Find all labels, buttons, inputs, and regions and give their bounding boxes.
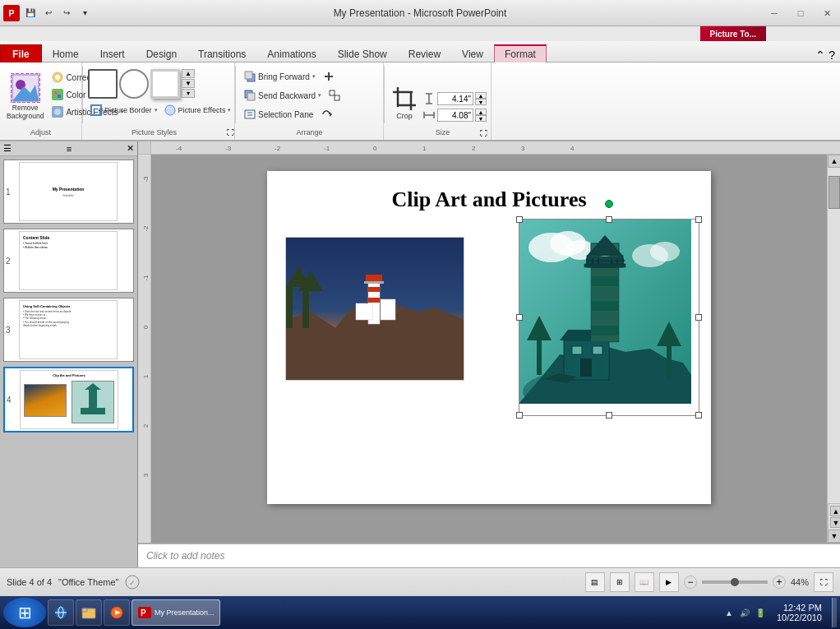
picture-style-1[interactable] — [88, 69, 118, 99]
picture-style-3[interactable] — [150, 69, 180, 99]
panel-list-icon[interactable]: ≡ — [67, 144, 72, 154]
help-expand-button[interactable]: ⌃ — [815, 49, 825, 62]
color-icon — [52, 89, 63, 100]
width-spin[interactable]: ▲ ▼ — [475, 109, 487, 122]
rotate-handle[interactable] — [605, 200, 613, 208]
panel-menu-icon[interactable]: ☰ — [3, 143, 12, 154]
slideshow-button[interactable]: ▶ — [659, 572, 679, 592]
zoom-in-button[interactable]: + — [773, 576, 786, 589]
send-backward-button[interactable]: Send Backward ▾ — [241, 87, 325, 104]
panel-close-button[interactable]: ✕ — [127, 143, 134, 154]
save-button[interactable]: 💾 — [23, 6, 38, 21]
clock-date: 10/22/2010 — [777, 613, 822, 622]
selection-pane-button[interactable]: Selection Pane — [241, 106, 316, 123]
height-spin-down[interactable]: ▼ — [475, 99, 487, 105]
handle-bm[interactable] — [606, 412, 612, 419]
handle-tl[interactable] — [516, 216, 523, 223]
rotate-button[interactable] — [318, 106, 335, 123]
vertical-scrollbar[interactable]: ▲ ▲ ▼ ▼ — [827, 155, 840, 543]
maximize-button[interactable]: □ — [787, 0, 814, 26]
svg-rect-61 — [286, 287, 293, 328]
scroll-thumb-v[interactable] — [828, 176, 840, 209]
slide-thumbnail-2[interactable]: 2 Content Slide • Some bullets here• Bul… — [3, 229, 134, 293]
corrections-icon — [52, 72, 63, 83]
slide-thumbnails-list: 1 My Presentation Subtitle 2 Content Sli… — [0, 156, 137, 567]
slide-thumbnail-3[interactable]: 3 Using Self-Containing Objects • Uses t… — [3, 298, 134, 362]
tab-transitions[interactable]: Transitions — [187, 44, 256, 62]
align-objects-button[interactable] — [321, 68, 337, 85]
width-input[interactable] — [437, 109, 473, 122]
handle-tr[interactable] — [695, 216, 702, 223]
tab-file[interactable]: File — [0, 44, 42, 62]
tab-review[interactable]: Review — [398, 44, 451, 62]
width-spin-down[interactable]: ▼ — [475, 115, 487, 122]
height-input[interactable] — [437, 92, 473, 105]
height-spin[interactable]: ▲ ▼ — [475, 92, 487, 105]
crop-button[interactable]: Crop — [390, 73, 419, 132]
handle-bl[interactable] — [516, 412, 523, 419]
tab-home[interactable]: Home — [42, 44, 90, 62]
fit-window-button[interactable]: ⛶ — [814, 572, 833, 592]
show-desktop-button[interactable] — [832, 598, 837, 627]
normal-view-button[interactable]: ▤ — [585, 572, 605, 592]
handle-tm[interactable] — [606, 216, 612, 223]
clipart-image[interactable] — [519, 219, 699, 416]
tab-format[interactable]: Format — [494, 44, 547, 62]
customize-qa-button[interactable]: ▾ — [77, 6, 92, 21]
taskbar-media-button[interactable] — [104, 599, 130, 626]
picture-effects-button[interactable]: Picture Effects ▾ — [162, 102, 234, 118]
minimize-button[interactable]: ─ — [761, 0, 787, 26]
help-button[interactable]: ? — [828, 49, 835, 62]
gallery-scroll-down[interactable]: ▼ — [182, 79, 195, 88]
gallery-scroll-up[interactable]: ▲ — [182, 69, 195, 78]
tab-animations[interactable]: Animations — [256, 44, 326, 62]
taskbar-powerpoint-button[interactable]: P My Presentation... — [132, 599, 220, 626]
zoom-thumb[interactable] — [731, 578, 739, 586]
slide-canvas-scroll[interactable]: Clip Art and Pictures — [151, 155, 827, 543]
thumb4-photo — [24, 384, 67, 417]
height-input-row: ▲ ▼ — [422, 92, 487, 105]
picture-styles-dialog-launcher[interactable]: ⛶ — [227, 128, 234, 136]
tab-slideshow[interactable]: Slide Show — [327, 44, 398, 62]
group-objects-button[interactable] — [326, 87, 343, 104]
effects-dropdown: ▾ — [228, 107, 231, 113]
svg-point-12 — [165, 105, 175, 115]
tab-view[interactable]: View — [451, 44, 494, 62]
picture-style-2[interactable] — [119, 69, 149, 99]
slide-thumbnail-4[interactable]: 4 Clip Art and Pictures — [3, 367, 134, 432]
taskbar-ie-button[interactable] — [48, 599, 74, 626]
scroll-down-button[interactable]: ▼ — [828, 530, 840, 543]
photo-image[interactable] — [285, 237, 464, 381]
width-spin-up[interactable]: ▲ — [475, 109, 487, 115]
handle-ml[interactable] — [516, 314, 523, 321]
slide-canvas[interactable]: Clip Art and Pictures — [267, 171, 711, 504]
undo-button[interactable]: ↩ — [41, 6, 56, 21]
gallery-expand[interactable]: ▾ — [182, 89, 195, 98]
redo-button[interactable]: ↪ — [59, 6, 74, 21]
remove-background-button[interactable]: RemoveBackground — [5, 66, 45, 125]
slide-thumbnail-1[interactable]: 1 My Presentation Subtitle — [3, 160, 134, 224]
zoom-slider[interactable] — [702, 580, 768, 584]
size-dialog-launcher[interactable]: ⛶ — [480, 129, 487, 137]
tab-insert[interactable]: Insert — [90, 44, 136, 62]
handle-mr[interactable] — [695, 314, 702, 321]
picture-border-button[interactable]: Picture Border ▾ — [88, 102, 160, 118]
slide-sorter-button[interactable]: ⊞ — [610, 572, 630, 592]
svg-rect-70 — [356, 303, 372, 320]
close-button[interactable]: ✕ — [814, 0, 840, 26]
scroll-up-button[interactable]: ▲ — [828, 155, 840, 168]
svg-text:-4: -4 — [176, 145, 182, 152]
zoom-out-button[interactable]: − — [684, 576, 697, 589]
height-spin-up[interactable]: ▲ — [475, 92, 487, 99]
taskbar-explorer-button[interactable] — [76, 599, 102, 626]
handle-br[interactable] — [695, 412, 702, 419]
start-button[interactable]: ⊞ — [3, 598, 46, 627]
bring-forward-button[interactable]: Bring Forward ▾ — [241, 68, 319, 85]
notes-area[interactable]: Click to add notes — [138, 543, 840, 567]
tab-design[interactable]: Design — [136, 44, 187, 62]
scroll-down2-button[interactable]: ▼ — [830, 517, 840, 528]
picture-effects-label: Picture Effects — [178, 106, 226, 114]
scroll-up2-button[interactable]: ▲ — [830, 506, 840, 516]
slide-count-status: Slide 4 of 4 — [7, 577, 52, 587]
reading-view-button[interactable]: 📖 — [635, 572, 654, 592]
